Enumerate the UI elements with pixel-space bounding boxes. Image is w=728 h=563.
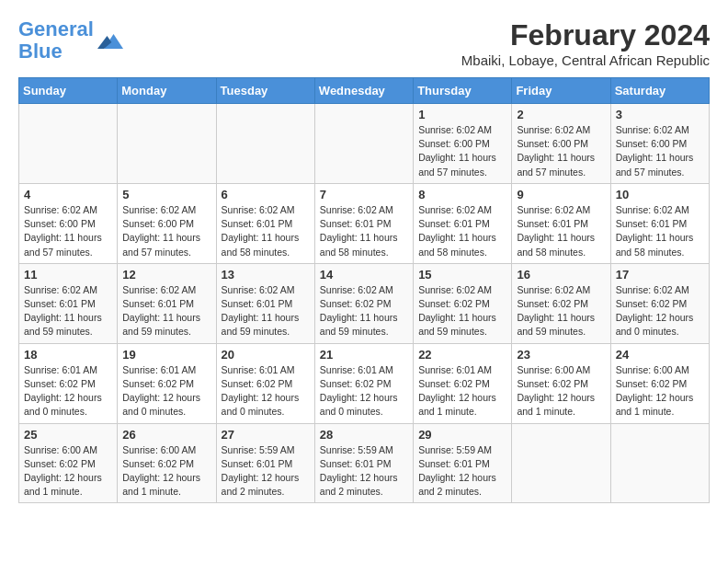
calendar-day-20: 20Sunrise: 6:01 AMSunset: 6:02 PMDayligh… bbox=[216, 343, 314, 423]
day-info: Sunrise: 6:02 AMSunset: 6:02 PMDaylight:… bbox=[616, 283, 704, 339]
calendar-day-15: 15Sunrise: 6:02 AMSunset: 6:02 PMDayligh… bbox=[414, 263, 512, 343]
day-number: 11 bbox=[24, 268, 112, 282]
header-day-sunday: Sunday bbox=[19, 78, 118, 104]
calendar-day-6: 6Sunrise: 6:02 AMSunset: 6:01 PMDaylight… bbox=[216, 183, 314, 263]
calendar-day-8: 8Sunrise: 6:02 AMSunset: 6:01 PMDaylight… bbox=[414, 183, 512, 263]
day-number: 19 bbox=[122, 348, 210, 362]
header-day-saturday: Saturday bbox=[610, 78, 709, 104]
day-info: Sunrise: 5:59 AMSunset: 6:01 PMDaylight:… bbox=[320, 443, 408, 500]
day-info: Sunrise: 6:00 AMSunset: 6:02 PMDaylight:… bbox=[122, 443, 210, 500]
calendar-day-14: 14Sunrise: 6:02 AMSunset: 6:02 PMDayligh… bbox=[314, 263, 413, 343]
day-info: Sunrise: 6:00 AMSunset: 6:02 PMDaylight:… bbox=[24, 443, 112, 500]
day-number: 24 bbox=[616, 348, 704, 362]
calendar-day-12: 12Sunrise: 6:02 AMSunset: 6:01 PMDayligh… bbox=[118, 263, 216, 343]
empty-cell bbox=[118, 104, 216, 184]
day-info: Sunrise: 6:00 AMSunset: 6:02 PMDaylight:… bbox=[616, 363, 704, 419]
day-info: Sunrise: 6:02 AMSunset: 6:00 PMDaylight:… bbox=[517, 123, 605, 179]
day-number: 28 bbox=[320, 428, 408, 442]
calendar-day-21: 21Sunrise: 6:01 AMSunset: 6:02 PMDayligh… bbox=[314, 343, 413, 423]
day-info: Sunrise: 6:01 AMSunset: 6:02 PMDaylight:… bbox=[418, 363, 506, 419]
calendar-day-27: 27Sunrise: 5:59 AMSunset: 6:01 PMDayligh… bbox=[216, 423, 314, 503]
day-number: 7 bbox=[320, 188, 408, 201]
location-title: Mbaiki, Lobaye, Central African Republic bbox=[461, 52, 710, 68]
calendar-day-7: 7Sunrise: 6:02 AMSunset: 6:01 PMDaylight… bbox=[314, 183, 413, 263]
empty-cell bbox=[610, 423, 709, 503]
calendar-week-1: 1Sunrise: 6:02 AMSunset: 6:00 PMDaylight… bbox=[19, 104, 710, 184]
header-day-tuesday: Tuesday bbox=[216, 78, 314, 104]
day-number: 27 bbox=[222, 428, 310, 442]
day-number: 16 bbox=[517, 268, 605, 282]
calendar-day-17: 17Sunrise: 6:02 AMSunset: 6:02 PMDayligh… bbox=[610, 263, 709, 343]
day-info: Sunrise: 6:02 AMSunset: 6:00 PMDaylight:… bbox=[418, 123, 506, 179]
day-info: Sunrise: 6:01 AMSunset: 6:02 PMDaylight:… bbox=[24, 363, 112, 419]
day-number: 4 bbox=[24, 188, 112, 201]
calendar-header-row: SundayMondayTuesdayWednesdayThursdayFrid… bbox=[19, 78, 710, 104]
day-number: 8 bbox=[418, 188, 506, 201]
calendar-day-4: 4Sunrise: 6:02 AMSunset: 6:00 PMDaylight… bbox=[19, 183, 118, 263]
calendar-day-16: 16Sunrise: 6:02 AMSunset: 6:02 PMDayligh… bbox=[512, 263, 610, 343]
day-info: Sunrise: 6:02 AMSunset: 6:01 PMDaylight:… bbox=[24, 283, 112, 339]
calendar-day-18: 18Sunrise: 6:01 AMSunset: 6:02 PMDayligh… bbox=[19, 343, 118, 423]
day-number: 18 bbox=[24, 348, 112, 362]
day-info: Sunrise: 6:02 AMSunset: 6:01 PMDaylight:… bbox=[320, 203, 408, 259]
day-number: 12 bbox=[122, 268, 210, 282]
calendar-day-28: 28Sunrise: 5:59 AMSunset: 6:01 PMDayligh… bbox=[314, 423, 413, 503]
calendar-day-2: 2Sunrise: 6:02 AMSunset: 6:00 PMDaylight… bbox=[512, 104, 610, 184]
calendar-table: SundayMondayTuesdayWednesdayThursdayFrid… bbox=[18, 77, 710, 503]
day-number: 26 bbox=[122, 428, 210, 442]
day-info: Sunrise: 6:02 AMSunset: 6:01 PMDaylight:… bbox=[222, 283, 310, 339]
day-info: Sunrise: 6:00 AMSunset: 6:02 PMDaylight:… bbox=[517, 363, 605, 419]
day-info: Sunrise: 6:01 AMSunset: 6:02 PMDaylight:… bbox=[122, 363, 210, 419]
day-number: 23 bbox=[517, 348, 605, 362]
calendar-day-5: 5Sunrise: 6:02 AMSunset: 6:00 PMDaylight… bbox=[118, 183, 216, 263]
day-number: 9 bbox=[517, 188, 605, 201]
day-number: 17 bbox=[616, 268, 704, 282]
day-info: Sunrise: 6:02 AMSunset: 6:01 PMDaylight:… bbox=[122, 283, 210, 339]
day-info: Sunrise: 5:59 AMSunset: 6:01 PMDaylight:… bbox=[222, 443, 310, 500]
day-info: Sunrise: 6:02 AMSunset: 6:01 PMDaylight:… bbox=[222, 203, 310, 259]
title-block: February 2024 Mbaiki, Lobaye, Central Af… bbox=[461, 18, 710, 68]
empty-cell bbox=[216, 104, 314, 184]
day-info: Sunrise: 6:02 AMSunset: 6:01 PMDaylight:… bbox=[517, 203, 605, 259]
month-title: February 2024 bbox=[461, 18, 710, 52]
logo-icon bbox=[97, 28, 123, 53]
day-number: 25 bbox=[24, 428, 112, 442]
day-number: 22 bbox=[418, 348, 506, 362]
logo-text: General Blue bbox=[18, 18, 94, 63]
day-number: 5 bbox=[122, 188, 210, 201]
calendar-week-2: 4Sunrise: 6:02 AMSunset: 6:00 PMDaylight… bbox=[19, 183, 710, 263]
calendar-day-19: 19Sunrise: 6:01 AMSunset: 6:02 PMDayligh… bbox=[118, 343, 216, 423]
calendar-day-22: 22Sunrise: 6:01 AMSunset: 6:02 PMDayligh… bbox=[414, 343, 512, 423]
day-number: 21 bbox=[320, 348, 408, 362]
calendar-day-13: 13Sunrise: 6:02 AMSunset: 6:01 PMDayligh… bbox=[216, 263, 314, 343]
day-number: 1 bbox=[418, 108, 506, 121]
header-day-monday: Monday bbox=[118, 78, 216, 104]
calendar-day-24: 24Sunrise: 6:00 AMSunset: 6:02 PMDayligh… bbox=[610, 343, 709, 423]
empty-cell bbox=[19, 104, 118, 184]
day-number: 10 bbox=[616, 188, 704, 201]
day-info: Sunrise: 6:02 AMSunset: 6:00 PMDaylight:… bbox=[122, 203, 210, 259]
calendar-day-23: 23Sunrise: 6:00 AMSunset: 6:02 PMDayligh… bbox=[512, 343, 610, 423]
day-info: Sunrise: 6:02 AMSunset: 6:02 PMDaylight:… bbox=[517, 283, 605, 339]
day-number: 6 bbox=[222, 188, 310, 201]
day-info: Sunrise: 6:02 AMSunset: 6:02 PMDaylight:… bbox=[418, 283, 506, 339]
calendar-day-3: 3Sunrise: 6:02 AMSunset: 6:00 PMDaylight… bbox=[610, 104, 709, 184]
calendar-day-26: 26Sunrise: 6:00 AMSunset: 6:02 PMDayligh… bbox=[118, 423, 216, 503]
calendar-week-3: 11Sunrise: 6:02 AMSunset: 6:01 PMDayligh… bbox=[19, 263, 710, 343]
calendar-week-4: 18Sunrise: 6:01 AMSunset: 6:02 PMDayligh… bbox=[19, 343, 710, 423]
day-number: 13 bbox=[222, 268, 310, 282]
day-number: 20 bbox=[222, 348, 310, 362]
header-day-thursday: Thursday bbox=[414, 78, 512, 104]
day-info: Sunrise: 6:01 AMSunset: 6:02 PMDaylight:… bbox=[222, 363, 310, 419]
day-number: 29 bbox=[418, 428, 506, 442]
day-info: Sunrise: 6:01 AMSunset: 6:02 PMDaylight:… bbox=[320, 363, 408, 419]
day-info: Sunrise: 5:59 AMSunset: 6:01 PMDaylight:… bbox=[418, 443, 506, 500]
calendar-day-29: 29Sunrise: 5:59 AMSunset: 6:01 PMDayligh… bbox=[414, 423, 512, 503]
page-header: General Blue February 2024 Mbaiki, Lobay… bbox=[18, 18, 710, 68]
calendar-week-5: 25Sunrise: 6:00 AMSunset: 6:02 PMDayligh… bbox=[19, 423, 710, 503]
day-number: 3 bbox=[616, 108, 704, 121]
day-number: 2 bbox=[517, 108, 605, 121]
empty-cell bbox=[314, 104, 413, 184]
day-number: 14 bbox=[320, 268, 408, 282]
calendar-day-1: 1Sunrise: 6:02 AMSunset: 6:00 PMDaylight… bbox=[414, 104, 512, 184]
